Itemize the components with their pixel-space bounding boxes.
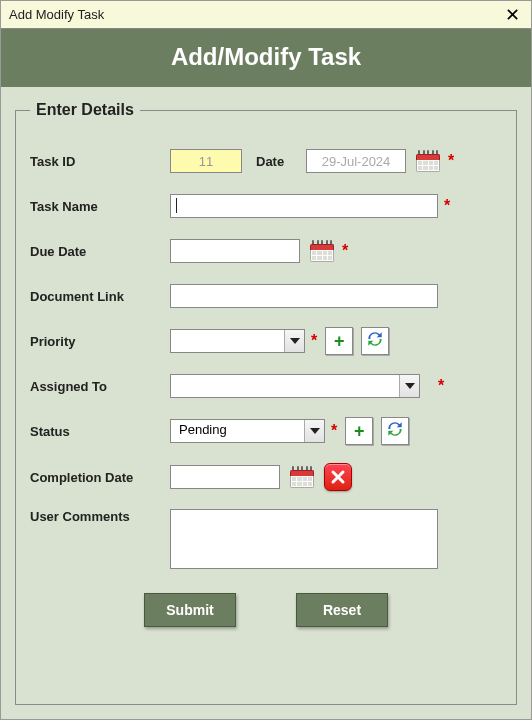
submit-button[interactable]: Submit <box>144 593 236 627</box>
label-completion-date: Completion Date <box>30 470 170 485</box>
label-document-link: Document Link <box>30 289 170 304</box>
due-date-field[interactable] <box>170 239 300 263</box>
row-status: Status Pending * + <box>30 417 502 445</box>
refresh-icon <box>385 419 405 443</box>
label-assigned-to: Assigned To <box>30 379 170 394</box>
assigned-to-value <box>170 374 420 398</box>
required-marker: * <box>331 422 337 440</box>
add-status-button[interactable]: + <box>345 417 373 445</box>
date-picker-button[interactable] <box>414 147 442 175</box>
label-status: Status <box>30 424 170 439</box>
form-title: Add/Modify Task <box>171 43 361 70</box>
status-select[interactable]: Pending <box>170 419 325 443</box>
label-date: Date <box>256 154 306 169</box>
row-taskid-date: Task ID Date * <box>30 147 502 175</box>
row-priority: Priority * + <box>30 327 502 355</box>
reset-button[interactable]: Reset <box>296 593 388 627</box>
required-marker: * <box>342 242 348 260</box>
chevron-down-icon <box>399 375 419 397</box>
fieldset-legend: Enter Details <box>30 101 140 119</box>
row-document-link: Document Link <box>30 283 502 309</box>
row-assigned-to: Assigned To * <box>30 373 502 399</box>
label-priority: Priority <box>30 334 170 349</box>
label-due-date: Due Date <box>30 244 170 259</box>
status-value: Pending <box>170 419 325 443</box>
required-marker: * <box>444 197 450 215</box>
refresh-status-button[interactable] <box>381 417 409 445</box>
calendar-icon <box>290 466 314 488</box>
label-task-id: Task ID <box>30 154 170 169</box>
row-task-name: Task Name * <box>30 193 502 219</box>
x-icon <box>330 469 346 485</box>
date-field <box>306 149 406 173</box>
label-user-comments: User Comments <box>30 509 170 524</box>
priority-select[interactable] <box>170 329 305 353</box>
window-title: Add Modify Task <box>9 7 104 22</box>
plus-icon: + <box>334 332 345 350</box>
assigned-to-select[interactable] <box>170 374 420 398</box>
refresh-priority-button[interactable] <box>361 327 389 355</box>
row-user-comments: User Comments <box>30 509 502 569</box>
form-content: Enter Details Task ID Date * Task <box>1 87 531 719</box>
required-marker: * <box>311 332 317 350</box>
chevron-down-icon <box>284 330 304 352</box>
titlebar: Add Modify Task ✕ <box>1 1 531 29</box>
row-completion-date: Completion Date <box>30 463 502 491</box>
button-row: Submit Reset <box>30 593 502 627</box>
clear-completion-date-button[interactable] <box>324 463 352 491</box>
label-task-name: Task Name <box>30 199 170 214</box>
required-marker: * <box>448 152 454 170</box>
calendar-icon <box>416 150 440 172</box>
enter-details-fieldset: Enter Details Task ID Date * Task <box>15 101 517 705</box>
due-date-picker-button[interactable] <box>308 237 336 265</box>
user-comments-field[interactable] <box>170 509 438 569</box>
row-due-date: Due Date * <box>30 237 502 265</box>
chevron-down-icon <box>304 420 324 442</box>
document-link-field[interactable] <box>170 284 438 308</box>
task-name-field[interactable] <box>170 194 438 218</box>
completion-date-picker-button[interactable] <box>288 463 316 491</box>
completion-date-field[interactable] <box>170 465 280 489</box>
calendar-icon <box>310 240 334 262</box>
required-marker: * <box>438 377 444 395</box>
refresh-icon <box>365 329 385 353</box>
add-priority-button[interactable]: + <box>325 327 353 355</box>
close-icon[interactable]: ✕ <box>501 4 523 26</box>
task-id-field <box>170 149 242 173</box>
plus-icon: + <box>354 422 365 440</box>
form-header: Add/Modify Task <box>1 29 531 87</box>
dialog-window: Add Modify Task ✕ Add/Modify Task Enter … <box>0 0 532 720</box>
